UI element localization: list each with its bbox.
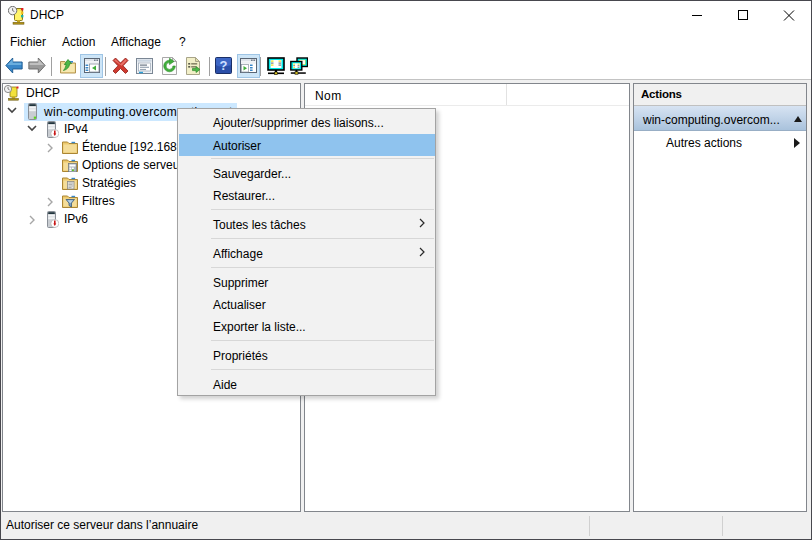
svg-text:?: ? (220, 58, 228, 73)
